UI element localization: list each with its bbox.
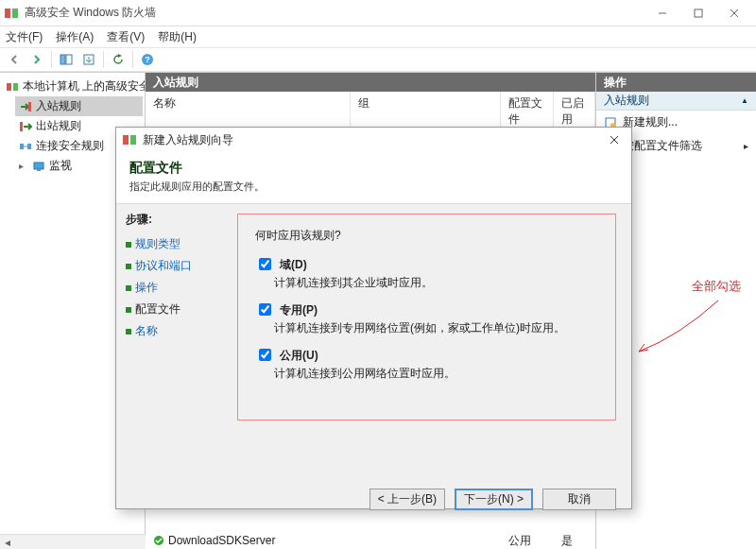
close-button[interactable] — [716, 0, 752, 26]
dialog-close-button[interactable] — [603, 130, 626, 149]
back-button[interactable]: < 上一步(B) — [369, 489, 445, 510]
expand-icon[interactable]: ▸ — [19, 161, 28, 171]
private-label-text: 专用(P) — [280, 302, 318, 318]
horizontal-scrollbar[interactable]: ◂ — [0, 534, 146, 549]
menu-view[interactable]: 查看(V) — [107, 29, 145, 45]
firewall-icon — [6, 80, 19, 94]
dialog-footer: < 上一步(B) 下一步(N) > 取消 — [116, 479, 631, 519]
back-button-label: < 上一步(B) — [378, 491, 437, 507]
dialog-header: 配置文件 指定此规则应用的配置文件。 — [116, 152, 631, 204]
back-button[interactable] — [4, 50, 25, 69]
forward-button[interactable] — [26, 50, 47, 69]
wizard-steps: 步骤: 规则类型 协议和端口 操作 配置文件 名称 — [116, 204, 230, 479]
new-rule-wizard-dialog: 新建入站规则向导 配置文件 指定此规则应用的配置文件。 步骤: 规则类型 协议和… — [115, 127, 632, 509]
actions-section[interactable]: 入站规则 ▲ — [596, 92, 756, 111]
rule-profile: 公用 — [501, 532, 554, 550]
step-label: 操作 — [135, 280, 158, 296]
tree-connsec-label: 连接安全规则 — [36, 138, 104, 154]
step-label: 规则类型 — [135, 236, 180, 252]
cancel-button[interactable]: 取消 — [542, 489, 616, 510]
svg-rect-13 — [28, 102, 31, 112]
action-filter-label: 按配置文件筛选 — [623, 138, 702, 154]
col-profile[interactable]: 配置文件 — [501, 92, 554, 131]
step-protocol-port[interactable]: 协议和端口 — [126, 255, 226, 277]
private-checkbox-label[interactable]: 专用(P) — [255, 302, 598, 318]
bullet-icon — [126, 264, 131, 269]
dialog-title: 新建入站规则向导 — [143, 132, 603, 148]
outbound-icon — [19, 120, 32, 133]
private-desc: 计算机连接到专用网络位置(例如，家或工作单位)时应用。 — [274, 320, 598, 336]
wizard-content: 何时应用该规则? 域(D) 计算机连接到其企业域时应用。 专用(P) 计算机连接… — [230, 204, 631, 479]
public-checkbox[interactable] — [259, 349, 271, 361]
next-button[interactable]: 下一步(N) > — [455, 489, 533, 510]
svg-rect-3 — [695, 9, 702, 17]
menu-help[interactable]: 帮助(H) — [158, 29, 197, 45]
domain-checkbox-label[interactable]: 域(D) — [255, 257, 598, 273]
tree-inbound-label: 入站规则 — [36, 98, 81, 114]
annotation-box: 何时应用该规则? 域(D) 计算机连接到其企业域时应用。 专用(P) 计算机连接… — [237, 214, 616, 420]
toolbar-separator — [51, 51, 52, 68]
minimize-button[interactable] — [644, 0, 680, 26]
collapse-icon: ▲ — [741, 96, 748, 105]
option-public: 公用(U) 计算机连接到公用网络位置时应用。 — [255, 348, 598, 382]
dialog-icon — [122, 132, 137, 147]
tree-inbound[interactable]: 入站规则 — [15, 96, 143, 116]
dialog-titlebar: 新建入站规则向导 — [116, 128, 631, 152]
public-label-text: 公用(U) — [280, 348, 318, 364]
submenu-arrow-icon: ▸ — [744, 141, 748, 151]
step-name[interactable]: 名称 — [126, 320, 226, 342]
maximize-button[interactable] — [680, 0, 716, 26]
option-domain: 域(D) 计算机连接到其企业域时应用。 — [255, 257, 598, 291]
scroll-left-icon[interactable]: ◂ — [0, 535, 15, 549]
col-group[interactable]: 组 — [351, 92, 502, 131]
public-desc: 计算机连接到公用网络位置时应用。 — [274, 366, 598, 382]
tree-root[interactable]: 本地计算机 上的高级安全 Win — [2, 77, 143, 96]
svg-text:?: ? — [145, 55, 150, 64]
domain-desc: 计算机连接到其企业域时应用。 — [274, 275, 598, 291]
step-rule-type[interactable]: 规则类型 — [126, 233, 226, 255]
bullet-icon — [126, 242, 131, 248]
rule-name: DownloadSDKServer — [168, 534, 275, 547]
table-row[interactable]: DownloadSDKServer 公用 是 — [146, 532, 595, 549]
menu-file[interactable]: 文件(F) — [6, 29, 43, 45]
rules-list-title: 入站规则 — [146, 73, 595, 92]
export-button[interactable] — [78, 50, 99, 69]
actions-title: 操作 — [596, 73, 756, 92]
svg-rect-1 — [12, 9, 18, 18]
menu-bar: 文件(F) 操作(A) 查看(V) 帮助(H) — [0, 26, 756, 47]
domain-label-text: 域(D) — [280, 257, 307, 273]
menu-action[interactable]: 操作(A) — [56, 29, 94, 45]
allow-icon — [153, 535, 164, 546]
svg-rect-18 — [34, 163, 43, 169]
toolbar-separator — [103, 51, 104, 68]
private-checkbox[interactable] — [259, 303, 271, 316]
help-button[interactable]: ? — [137, 50, 158, 69]
svg-rect-19 — [37, 169, 41, 171]
window-title: 高级安全 Windows 防火墙 — [25, 5, 644, 21]
tree-outbound-label: 出站规则 — [36, 118, 81, 134]
svg-rect-15 — [20, 144, 24, 149]
bullet-icon — [126, 285, 131, 291]
svg-rect-14 — [20, 122, 23, 131]
domain-checkbox[interactable] — [259, 258, 271, 270]
step-profile[interactable]: 配置文件 — [126, 299, 226, 320]
step-label: 名称 — [135, 323, 158, 339]
app-icon — [4, 6, 19, 21]
steps-label: 步骤: — [126, 212, 226, 228]
rule-group — [351, 540, 501, 541]
col-name[interactable]: 名称 — [146, 92, 351, 131]
cancel-button-label: 取消 — [568, 491, 591, 507]
svg-rect-26 — [130, 135, 136, 145]
show-hide-tree-button[interactable] — [56, 50, 77, 69]
public-checkbox-label[interactable]: 公用(U) — [255, 348, 598, 364]
bullet-icon — [126, 307, 131, 313]
svg-rect-0 — [5, 9, 10, 18]
bullet-icon — [126, 329, 131, 335]
step-action[interactable]: 操作 — [126, 277, 226, 299]
svg-rect-7 — [66, 55, 72, 64]
svg-rect-16 — [27, 144, 31, 149]
refresh-button[interactable] — [108, 50, 129, 69]
svg-rect-25 — [123, 135, 129, 145]
col-enabled[interactable]: 已启用 — [554, 92, 595, 131]
dialog-subheading: 指定此规则应用的配置文件。 — [129, 180, 618, 194]
